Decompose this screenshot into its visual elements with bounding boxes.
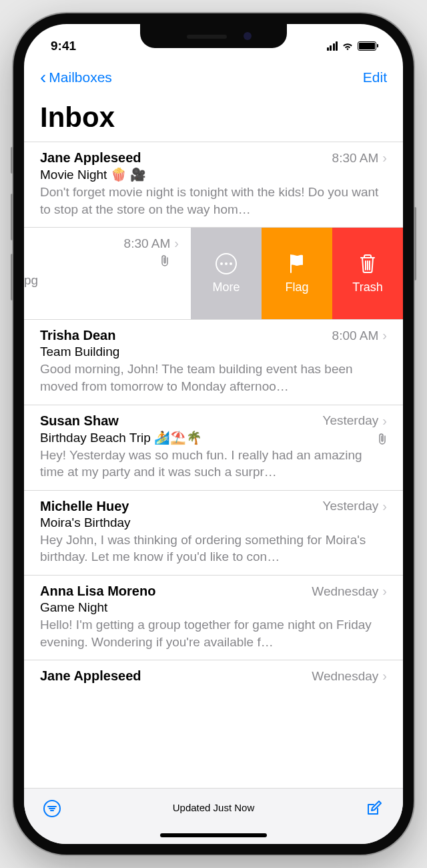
attachment-icon <box>378 433 387 449</box>
swipe-more-button[interactable]: More <box>191 228 262 319</box>
mail-sender: Susan Shaw <box>40 413 119 429</box>
mail-subject: Movie Night 🍿 🎥 <box>40 167 387 182</box>
mail-item[interactable]: Jane Appleseed Wednesday › <box>24 660 403 686</box>
cellular-icon <box>327 41 338 51</box>
battery-icon <box>358 41 376 51</box>
chevron-right-icon: › <box>382 413 387 429</box>
swipe-trash-label: Trash <box>352 280 382 294</box>
swipe-trash-button[interactable]: Trash <box>332 228 403 319</box>
edit-button[interactable]: Edit <box>363 69 387 85</box>
swipe-flag-button[interactable]: Flag <box>262 228 332 319</box>
chevron-left-icon: ‹ <box>40 68 46 87</box>
mail-sender: Jane Appleseed <box>40 150 141 166</box>
attachment-icon <box>160 255 169 270</box>
more-icon <box>215 252 238 275</box>
mail-subject: Game Night <box>40 600 387 615</box>
filter-button[interactable] <box>43 799 63 819</box>
mail-item-swiped[interactable]: pg 8:30 AM › More <box>24 227 403 319</box>
chevron-right-icon: › <box>382 668 387 684</box>
mail-list[interactable]: Jane Appleseed 8:30 AM › Movie Night 🍿 🎥… <box>24 142 403 788</box>
mail-preview: Good morning, John! The team building ev… <box>40 361 387 395</box>
nav-bar: ‹ Mailboxes Edit <box>24 59 403 92</box>
back-button[interactable]: ‹ Mailboxes <box>40 68 112 87</box>
mail-item[interactable]: Jane Appleseed 8:30 AM › Movie Night 🍿 🎥… <box>24 142 403 227</box>
trash-icon <box>356 252 379 275</box>
compose-button[interactable] <box>364 799 384 819</box>
wifi-icon <box>342 41 354 51</box>
back-label: Mailboxes <box>49 69 112 85</box>
flag-icon <box>286 252 308 275</box>
mail-subject: Moira's Birthday <box>40 515 387 530</box>
chevron-right-icon: › <box>382 584 387 599</box>
mail-subject: Birthday Beach Trip 🏄⛱️🌴 <box>40 430 387 445</box>
chevron-right-icon: › <box>174 236 179 251</box>
mail-time: Wednesday <box>312 584 378 599</box>
mail-item[interactable]: Trisha Dean 8:00 AM › Team Building Good… <box>24 319 403 404</box>
mail-subject: Team Building <box>40 345 387 359</box>
mail-time: Wednesday <box>312 669 378 684</box>
mail-item[interactable]: Michelle Huey Yesterday › Moira's Birthd… <box>24 490 403 575</box>
mail-preview: Don't forget movie night is tonight with… <box>40 184 387 218</box>
mail-preview: Hey John, I was thinking of ordering som… <box>40 531 387 566</box>
mail-time: 8:00 AM <box>332 329 379 343</box>
toolbar-status: Updated Just Now <box>173 802 255 813</box>
mail-sender: Michelle Huey <box>40 499 129 514</box>
page-title: Inbox <box>24 92 403 142</box>
chevron-right-icon: › <box>382 150 387 166</box>
status-icons <box>327 41 377 51</box>
swipe-more-label: More <box>212 280 240 294</box>
chevron-right-icon: › <box>382 499 387 514</box>
mail-sender: Trisha Dean <box>40 328 115 343</box>
chevron-right-icon: › <box>382 328 387 343</box>
toolbar: Updated Just Now <box>24 788 403 844</box>
mail-time: Yesterday <box>323 413 379 428</box>
mail-time: Yesterday <box>323 499 379 513</box>
mail-item[interactable]: Anna Lisa Moreno Wednesday › Game Night … <box>24 575 403 660</box>
home-indicator[interactable] <box>160 833 267 837</box>
mail-preview: Hey! Yesterday was so much fun. I really… <box>40 447 387 481</box>
mail-preview: Hello! I'm getting a group together for … <box>40 616 387 650</box>
mail-item[interactable]: Susan Shaw Yesterday › Birthday Beach Tr… <box>24 405 403 490</box>
mail-sender: Jane Appleseed <box>40 668 141 684</box>
mail-sender: Anna Lisa Moreno <box>40 584 155 599</box>
swipe-flag-label: Flag <box>285 280 308 294</box>
mail-time: 8:30 AM <box>332 151 379 166</box>
partial-text: pg <box>24 273 38 288</box>
status-time: 9:41 <box>51 39 76 53</box>
mail-time: 8:30 AM <box>124 236 171 251</box>
